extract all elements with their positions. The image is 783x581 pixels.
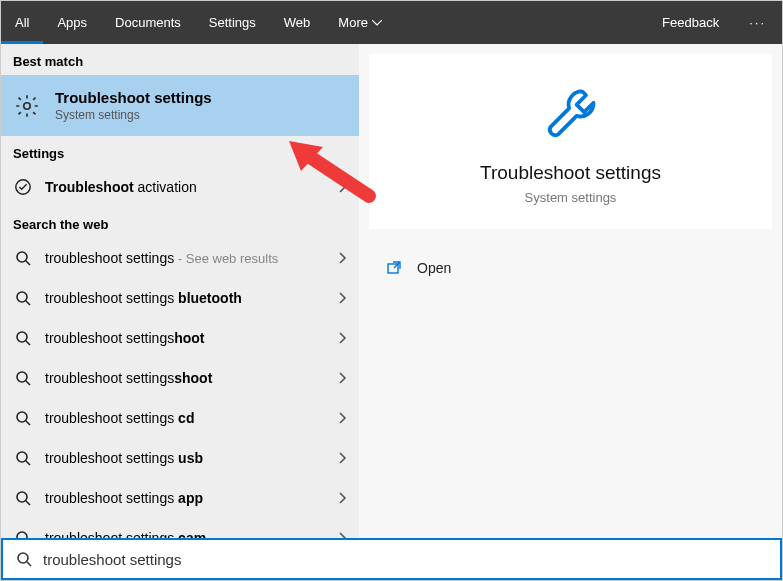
overflow-menu-button[interactable]: ···: [733, 1, 782, 44]
chevron-right-icon: [339, 181, 347, 193]
tab-web[interactable]: Web: [270, 1, 325, 44]
results-panel: Best match Troubleshoot settings System …: [1, 44, 359, 538]
list-item-label: troubleshoot settings cam: [45, 530, 327, 538]
search-input[interactable]: [35, 551, 770, 568]
settings-result-item[interactable]: Troubleshoot activation: [1, 167, 359, 207]
feedback-link[interactable]: Feedback: [648, 1, 733, 44]
tab-more[interactable]: More: [324, 1, 396, 44]
svg-point-0: [24, 102, 31, 109]
search-icon: [13, 368, 33, 388]
section-header-search-web: Search the web: [1, 207, 359, 238]
list-item-label: troubleshoot settingsshoot: [45, 370, 327, 386]
tab-label: Settings: [209, 15, 256, 30]
best-match-text: Troubleshoot settings System settings: [55, 89, 212, 122]
preview-card: Troubleshoot settings System settings: [369, 54, 772, 229]
web-result-item[interactable]: troubleshoot settings cd: [1, 398, 359, 438]
section-header-settings: Settings: [1, 136, 359, 167]
checkmark-circle-icon: [13, 177, 33, 197]
chevron-right-icon: [339, 292, 347, 304]
list-item-label: troubleshoot settingshoot: [45, 330, 327, 346]
list-item-label: troubleshoot settings - See web results: [45, 250, 327, 266]
svg-point-4: [17, 332, 27, 342]
search-icon: [13, 288, 33, 308]
tab-label: All: [15, 15, 29, 30]
settings-icon: [13, 92, 41, 120]
tab-label: Documents: [115, 15, 181, 30]
svg-point-6: [17, 412, 27, 422]
tab-label: More: [338, 15, 368, 30]
tab-settings[interactable]: Settings: [195, 1, 270, 44]
search-icon: [13, 488, 33, 508]
feedback-label: Feedback: [662, 15, 719, 30]
web-result-item[interactable]: troubleshoot settingsshoot: [1, 358, 359, 398]
chevron-right-icon: [339, 492, 347, 504]
list-item-label: troubleshoot settings cd: [45, 410, 327, 426]
tab-documents[interactable]: Documents: [101, 1, 195, 44]
list-item-label: troubleshoot settings bluetooth: [45, 290, 327, 306]
tab-all[interactable]: All: [1, 1, 43, 44]
list-item-label: troubleshoot settings usb: [45, 450, 327, 466]
chevron-right-icon: [339, 452, 347, 464]
search-icon: [13, 248, 33, 268]
chevron-right-icon: [339, 372, 347, 384]
web-result-item[interactable]: troubleshoot settings - See web results: [1, 238, 359, 278]
tab-label: Web: [284, 15, 311, 30]
web-result-item[interactable]: troubleshoot settings cam: [1, 518, 359, 538]
search-icon: [13, 448, 33, 468]
chevron-right-icon: [339, 412, 347, 424]
section-header-best-match: Best match: [1, 44, 359, 75]
preview-title: Troubleshoot settings: [389, 162, 752, 184]
chevron-right-icon: [339, 252, 347, 264]
preview-panel: Troubleshoot settings System settings Op…: [359, 44, 782, 538]
web-result-item[interactable]: troubleshoot settings usb: [1, 438, 359, 478]
open-icon: [385, 259, 403, 277]
tab-apps[interactable]: Apps: [43, 1, 101, 44]
search-icon: [13, 408, 33, 428]
web-result-item[interactable]: troubleshoot settingshoot: [1, 318, 359, 358]
preview-actions: Open: [385, 253, 772, 283]
ellipsis-icon: ···: [749, 15, 766, 30]
body-area: Best match Troubleshoot settings System …: [1, 44, 782, 538]
preview-subtitle: System settings: [389, 190, 752, 205]
svg-point-7: [17, 452, 27, 462]
chevron-right-icon: [339, 332, 347, 344]
tab-label: Apps: [57, 15, 87, 30]
svg-point-2: [17, 252, 27, 262]
list-item-label: Troubleshoot activation: [45, 179, 327, 195]
action-label: Open: [417, 260, 451, 276]
best-match-title: Troubleshoot settings: [55, 89, 212, 106]
chevron-down-icon: [372, 20, 382, 26]
search-icon: [13, 328, 33, 348]
list-item-label: troubleshoot settings app: [45, 490, 327, 506]
search-icon: [13, 551, 35, 567]
svg-point-11: [18, 553, 28, 563]
svg-point-3: [17, 292, 27, 302]
web-result-item[interactable]: troubleshoot settings app: [1, 478, 359, 518]
web-result-item[interactable]: troubleshoot settings bluetooth: [1, 278, 359, 318]
open-action[interactable]: Open: [385, 253, 772, 283]
best-match-result[interactable]: Troubleshoot settings System settings: [1, 75, 359, 136]
svg-point-8: [17, 492, 27, 502]
search-icon: [13, 528, 33, 538]
top-tab-bar: All Apps Documents Settings Web More Fee…: [1, 1, 782, 44]
svg-point-5: [17, 372, 27, 382]
spacer: [396, 1, 648, 44]
best-match-subtitle: System settings: [55, 108, 212, 122]
search-bar[interactable]: [1, 538, 782, 580]
wrench-icon: [541, 84, 601, 144]
web-results-list: troubleshoot settings - See web resultst…: [1, 238, 359, 538]
